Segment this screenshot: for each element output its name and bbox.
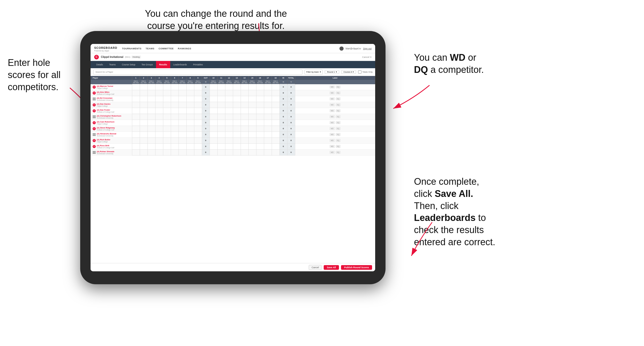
score-hole-12[interactable] [225,132,233,137]
score-hole-12[interactable] [225,149,233,155]
score-hole-12[interactable] [225,102,233,108]
tab-course-setup[interactable]: Course Setup [119,61,138,68]
score-hole-10[interactable] [210,126,217,132]
score-hole-5[interactable] [163,132,171,137]
score-hole-16[interactable] [256,108,264,114]
wd-button[interactable]: WD [330,139,335,142]
score-hole-3[interactable] [147,149,155,155]
score-hole-17[interactable] [264,120,272,126]
score-hole-17[interactable] [264,114,272,120]
score-hole-14[interactable] [241,149,248,155]
score-hole-9[interactable] [194,137,202,143]
score-hole-12[interactable] [225,108,233,114]
score-hole-9[interactable] [194,132,202,137]
score-hole-2[interactable] [140,126,147,132]
score-hole-13[interactable] [233,143,241,149]
score-hole-18[interactable] [272,149,279,155]
score-hole-8[interactable] [186,143,194,149]
score-hole-15[interactable] [248,137,256,143]
score-hole-9[interactable] [194,120,202,126]
score-hole-16[interactable] [256,102,264,108]
wd-button[interactable]: WD [330,115,335,118]
score-hole-10[interactable] [210,132,217,137]
score-hole-14[interactable] [241,90,248,96]
score-hole-7[interactable] [179,120,186,126]
score-hole-16[interactable] [256,143,264,149]
score-hole-9[interactable] [194,114,202,120]
score-hole-13[interactable] [233,102,241,108]
course-dropdown[interactable]: Course A ▾ [341,70,356,74]
cancel-button-top[interactable]: Cancel X [362,56,372,58]
score-hole-5[interactable] [163,126,171,132]
score-hole-8[interactable] [186,84,194,90]
score-hole-16[interactable] [256,84,264,90]
score-hole-9[interactable] [194,143,202,149]
score-hole-14[interactable] [241,132,248,137]
totals-only-checkbox[interactable] [358,70,361,74]
score-hole-11[interactable] [217,126,225,132]
score-hole-4[interactable] [155,102,163,108]
score-hole-2[interactable] [140,108,147,114]
tab-details[interactable]: Details [93,61,106,68]
wd-button[interactable]: WD [330,97,335,100]
score-hole-5[interactable] [163,149,171,155]
score-hole-17[interactable] [264,132,272,137]
score-hole-17[interactable] [264,102,272,108]
score-hole-3[interactable] [147,137,155,143]
wd-button[interactable]: WD [330,91,335,94]
score-hole-7[interactable] [179,132,186,137]
score-hole-10[interactable] [210,108,217,114]
score-hole-18[interactable] [272,137,279,143]
score-hole-8[interactable] [186,126,194,132]
score-hole-18[interactable] [272,90,279,96]
score-hole-16[interactable] [256,137,264,143]
score-hole-1[interactable] [132,102,140,108]
score-hole-17[interactable] [264,137,272,143]
score-hole-11[interactable] [217,84,225,90]
score-hole-1[interactable] [132,149,140,155]
tab-leaderboards[interactable]: Leaderboards [170,61,190,68]
score-hole-1[interactable] [132,114,140,120]
score-hole-1[interactable] [132,108,140,114]
score-hole-2[interactable] [140,90,147,96]
score-hole-17[interactable] [264,149,272,155]
score-hole-15[interactable] [248,84,256,90]
score-hole-16[interactable] [256,132,264,137]
score-hole-3[interactable] [147,120,155,126]
score-hole-3[interactable] [147,108,155,114]
score-hole-9[interactable] [194,126,202,132]
score-hole-7[interactable] [179,126,186,132]
score-hole-6[interactable] [171,132,179,137]
dq-button[interactable]: DQ [336,139,341,142]
score-hole-16[interactable] [256,126,264,132]
dq-button[interactable]: DQ [336,86,341,88]
wd-button[interactable]: WD [330,86,335,88]
score-hole-9[interactable] [194,108,202,114]
score-hole-7[interactable] [179,114,186,120]
score-hole-12[interactable] [225,143,233,149]
score-hole-15[interactable] [248,132,256,137]
wd-button[interactable]: WD [330,151,335,154]
score-hole-13[interactable] [233,84,241,90]
score-hole-3[interactable] [147,126,155,132]
score-hole-8[interactable] [186,102,194,108]
dq-button[interactable]: DQ [336,121,341,124]
score-hole-4[interactable] [155,132,163,137]
score-hole-17[interactable] [264,143,272,149]
score-hole-3[interactable] [147,96,155,102]
score-hole-12[interactable] [225,96,233,102]
score-hole-2[interactable] [140,84,147,90]
dq-button[interactable]: DQ [336,91,341,94]
score-hole-15[interactable] [248,143,256,149]
score-hole-7[interactable] [179,143,186,149]
score-hole-15[interactable] [248,114,256,120]
wd-button[interactable]: WD [330,127,335,130]
score-hole-7[interactable] [179,137,186,143]
tab-results[interactable]: Results [156,61,170,68]
score-hole-10[interactable] [210,137,217,143]
score-hole-13[interactable] [233,96,241,102]
score-hole-11[interactable] [217,102,225,108]
score-hole-17[interactable] [264,108,272,114]
score-hole-4[interactable] [155,143,163,149]
score-hole-7[interactable] [179,149,186,155]
